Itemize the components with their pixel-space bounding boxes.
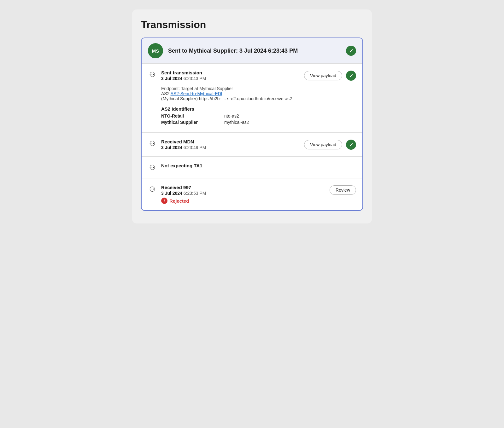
as2-row-1: NTO-Retail nto-as2 (161, 113, 300, 119)
view-payload-button-2[interactable]: View payload (304, 140, 342, 149)
error-icon: ! (161, 198, 167, 204)
card-header: MS Sent to Mythical Supplier: 3 Jul 2024… (142, 38, 362, 63)
section-date-1: 3 Jul 2024 6:23:43 PM (161, 76, 300, 81)
transmission-icon-4: ⚇ (148, 185, 157, 194)
section-success-icon-1 (346, 71, 356, 81)
section-not-expecting-ta1: ⚇ Not expecting TA1 (142, 156, 362, 178)
avatar: MS (148, 43, 163, 58)
review-button[interactable]: Review (330, 185, 356, 195)
section-content-2: Received MDN 3 Jul 2024 6:23:49 PM (161, 139, 300, 150)
as2-line: AS2 AS2-Send-to-Mythical-EDI (161, 91, 300, 96)
view-payload-button-1[interactable]: View payload (304, 71, 342, 80)
transmission-card: MS Sent to Mythical Supplier: 3 Jul 2024… (141, 38, 363, 211)
section-content-1: Sent transmission 3 Jul 2024 6:23:43 PM … (161, 70, 300, 126)
as2-row-2: Mythical Supplier mythical-as2 (161, 120, 300, 125)
card-header-title: Sent to Mythical Supplier: 3 Jul 2024 6:… (168, 48, 341, 54)
section-date-4: 3 Jul 2024 6:23:53 PM (161, 191, 325, 196)
section-content-3: Not expecting TA1 (161, 163, 356, 168)
endpoint-block: Endpoint: Target at Mythical Supplier AS… (161, 86, 300, 101)
section-title-1: Sent transmission (161, 70, 300, 75)
section-sent-transmission: ⚇ Sent transmission 3 Jul 2024 6:23:43 P… (142, 63, 362, 132)
as2-link[interactable]: AS2-Send-to-Mythical-EDI (171, 91, 222, 96)
rejected-status: ! Rejected (161, 198, 325, 204)
endpoint-label: Endpoint: Target at Mythical Supplier (161, 86, 300, 91)
section-content-4: Received 997 3 Jul 2024 6:23:53 PM ! Rej… (161, 185, 325, 204)
section-received-mdn: ⚇ Received MDN 3 Jul 2024 6:23:49 PM Vie… (142, 132, 362, 156)
rejected-label: Rejected (169, 198, 189, 204)
section-title-4: Received 997 (161, 185, 325, 190)
transmission-icon-1: ⚇ (148, 71, 157, 79)
page-container: Transmission MS Sent to Mythical Supplie… (132, 9, 372, 223)
section-received-997: ⚇ Received 997 3 Jul 2024 6:23:53 PM ! R… (142, 178, 362, 210)
section-success-icon-2 (346, 140, 356, 150)
as2-identifiers-title: AS2 Identifiers (161, 106, 300, 112)
url-line: (Mythical Supplier) https://b2b- ... s-e… (161, 96, 300, 101)
header-success-icon (346, 46, 356, 56)
transmission-icon-2: ⚇ (148, 140, 157, 148)
section-actions-4: Review (330, 185, 356, 195)
section-title-2: Received MDN (161, 139, 300, 144)
as2-identifiers: AS2 Identifiers NTO-Retail nto-as2 Mythi… (161, 106, 300, 125)
transmission-icon-3: ⚇ (148, 164, 157, 172)
page-title: Transmission (141, 19, 363, 31)
section-actions-2: View payload (304, 140, 356, 150)
section-actions-1: View payload (304, 71, 356, 81)
section-title-3: Not expecting TA1 (161, 163, 356, 168)
section-date-2: 3 Jul 2024 6:23:49 PM (161, 145, 300, 150)
